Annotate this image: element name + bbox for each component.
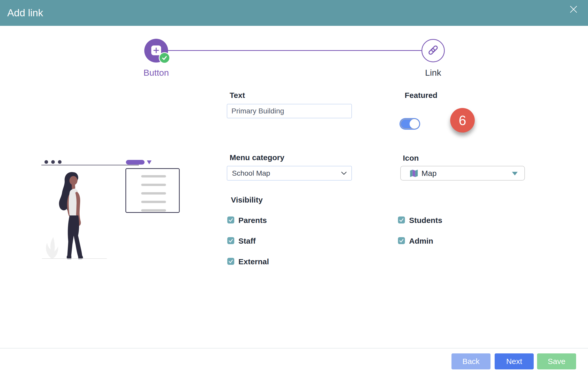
menu-line	[141, 201, 166, 203]
map-icon	[409, 169, 418, 179]
save-button[interactable]: Save	[537, 353, 576, 369]
stepper-connector	[168, 50, 422, 51]
checkbox-students[interactable]	[398, 216, 405, 223]
close-button[interactable]	[566, 3, 581, 17]
menu-line	[141, 175, 166, 177]
modal-header: Add link	[0, 0, 588, 26]
checkbox-external[interactable]	[227, 258, 234, 265]
footer-divider	[0, 348, 588, 348]
step-link-circle[interactable]	[421, 39, 445, 62]
menu-line	[141, 192, 166, 195]
checkbox-students-label: Students	[409, 216, 442, 225]
step-link-label: Link	[407, 68, 459, 78]
plus-square-icon	[151, 45, 161, 55]
woman-illustration	[56, 169, 88, 260]
step-complete-badge	[159, 52, 170, 64]
browser-dot-icon	[58, 160, 62, 164]
browser-dot-icon	[51, 160, 55, 164]
modal-title: Add link	[7, 0, 43, 26]
illustration-menu-panel	[125, 168, 180, 213]
menu-category-label: Menu category	[230, 153, 284, 162]
featured-label: Featured	[405, 91, 438, 100]
next-button[interactable]: Next	[495, 353, 534, 369]
icon-picker-value: Map	[421, 166, 436, 180]
tour-step-badge: 6	[450, 108, 475, 133]
featured-toggle[interactable]	[399, 118, 420, 130]
illustration-caret-icon	[147, 160, 152, 164]
text-input[interactable]	[227, 104, 352, 118]
toggle-knob	[410, 119, 419, 129]
checkbox-admin-label: Admin	[409, 237, 433, 245]
back-button[interactable]: Back	[451, 353, 491, 369]
icon-picker-dropdown[interactable]: Map	[400, 166, 525, 181]
chevron-down-icon	[341, 172, 347, 176]
ground-line	[42, 258, 107, 259]
menu-line	[141, 184, 166, 186]
checkbox-staff[interactable]	[227, 237, 234, 244]
visibility-label: Visibility	[231, 196, 263, 204]
text-field-label: Text	[230, 91, 245, 100]
menu-category-value: School Map	[232, 166, 270, 180]
checkbox-staff-label: Staff	[238, 237, 256, 245]
checkbox-external-label: External	[238, 257, 269, 266]
caret-down-icon	[512, 172, 518, 175]
link-icon	[427, 44, 439, 57]
checkbox-parents-label: Parents	[238, 216, 267, 225]
menu-line	[141, 209, 166, 212]
menu-category-select[interactable]: School Map	[227, 166, 352, 181]
icon-picker-label: Icon	[403, 154, 419, 162]
checkbox-parents[interactable]	[227, 216, 234, 223]
step-button-label: Button	[130, 68, 182, 78]
browser-dot-icon	[44, 160, 48, 164]
step-button-circle[interactable]	[144, 39, 168, 63]
browser-toolbar-line	[41, 165, 139, 165]
add-link-modal: Add link	[0, 0, 588, 372]
illustration-dropdown-pill	[126, 160, 145, 165]
checkbox-admin[interactable]	[398, 237, 405, 244]
close-icon	[569, 5, 578, 15]
